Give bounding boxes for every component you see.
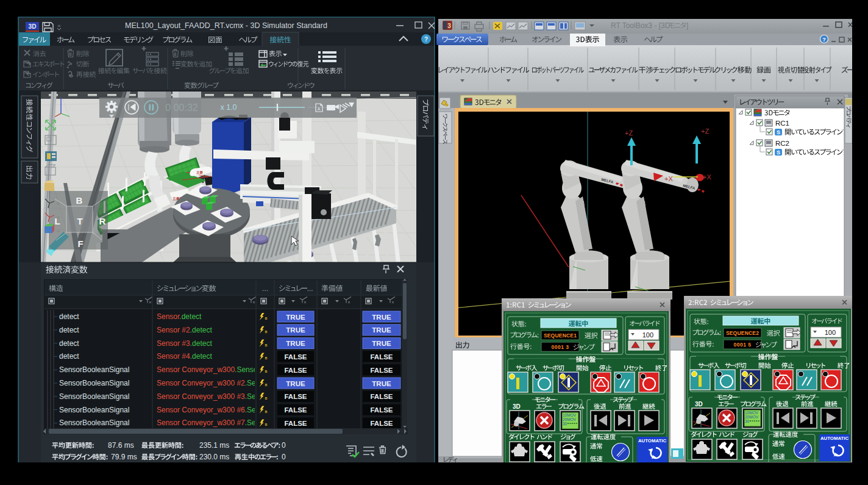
- svg-text:FALSE: FALSE: [370, 367, 393, 374]
- svg-text:10MOV: 10MOV: [745, 411, 759, 415]
- svg-text:FALSE: FALSE: [284, 393, 307, 400]
- svg-text:20MOV: 20MOV: [563, 417, 577, 422]
- svg-text:F: F: [77, 239, 83, 249]
- svg-text:SEQUENCE1: SEQUENCE1: [544, 332, 577, 339]
- svg-text:...: ...: [262, 284, 268, 293]
- svg-text:+X: +X: [664, 175, 673, 182]
- svg-text:?: ?: [822, 37, 826, 43]
- svg-text:TRUE: TRUE: [286, 314, 305, 321]
- svg-text:B: B: [265, 410, 268, 414]
- svg-text:TRUE: TRUE: [372, 326, 391, 334]
- svg-text:10MOV: 10MOV: [563, 413, 577, 417]
- svg-text:3D: 3D: [513, 403, 521, 410]
- svg-text:3D: 3D: [29, 23, 37, 30]
- svg-text:FALSE: FALSE: [370, 406, 393, 414]
- svg-text:235.1 ms: 235.1 ms: [199, 441, 229, 450]
- svg-text:R: R: [99, 216, 106, 226]
- svg-text:S: S: [777, 149, 780, 156]
- svg-text:+X: +X: [703, 173, 711, 181]
- svg-text:S: S: [777, 129, 780, 135]
- svg-text:0 00:32: 0 00:32: [165, 102, 197, 113]
- svg-text:230.0 ms: 230.0 ms: [199, 453, 229, 461]
- svg-text:FALSE: FALSE: [284, 420, 307, 427]
- svg-text:]: ]: [686, 21, 688, 30]
- svg-text:B: B: [265, 343, 268, 347]
- svg-text:B: B: [265, 356, 268, 360]
- svg-text:100: 100: [642, 331, 653, 339]
- svg-text:TRUE: TRUE: [372, 314, 391, 321]
- svg-text:79.9 ms: 79.9 ms: [111, 453, 137, 461]
- svg-text:Sensor Conveyor_w300 #2.Sensor: Sensor Conveyor_w300 #2.Sensor: [157, 379, 270, 387]
- svg-text:Sensor Conveyor_w300 #3.Sensor: Sensor Conveyor_w300 #3.Sensor: [157, 392, 270, 401]
- svg-text:TRUE: TRUE: [286, 380, 305, 387]
- svg-text:RT ToolBox3 - [3D: RT ToolBox3 - [3D: [611, 21, 671, 30]
- svg-text:0001 3: 0001 3: [552, 344, 569, 350]
- svg-text:TRUE: TRUE: [372, 340, 391, 347]
- svg-text:T: T: [77, 216, 82, 226]
- svg-text:B: B: [265, 317, 268, 320]
- svg-text:A: A: [318, 107, 321, 111]
- svg-text:detect: detect: [59, 352, 79, 361]
- svg-text:detect: detect: [59, 312, 79, 321]
- svg-text:Sensor.detect: Sensor.detect: [157, 312, 202, 321]
- svg-text:B: B: [265, 370, 268, 373]
- svg-text:FALSE: FALSE: [284, 406, 307, 414]
- svg-text:3D: 3D: [695, 401, 703, 408]
- svg-text:Sensor #2.detect: Sensor #2.detect: [157, 326, 212, 334]
- svg-text:FALSE: FALSE: [370, 353, 393, 361]
- svg-text:30: 30: [563, 422, 567, 426]
- svg-text:SensorBooleanSignal: SensorBooleanSignal: [59, 419, 129, 427]
- svg-text:20MOV: 20MOV: [745, 415, 759, 419]
- svg-text:30: 30: [745, 419, 750, 423]
- svg-text:FALSE: FALSE: [370, 420, 393, 427]
- svg-text:+Z: +Z: [701, 128, 709, 135]
- svg-text:TRUE: TRUE: [286, 340, 305, 347]
- svg-text:0001 5: 0001 5: [734, 342, 752, 348]
- svg-text:detect: detect: [59, 339, 79, 348]
- svg-text:MEL100_Layout_FAADD_RT.vcmx -: MEL100_Layout_FAADD_RT.vcmx - 3D Simulat…: [125, 21, 327, 30]
- svg-text:3: 3: [447, 23, 451, 29]
- svg-text:B: B: [265, 383, 268, 387]
- svg-text:0: 0: [282, 441, 286, 450]
- svg-text:SensorBooleanSignal: SensorBooleanSignal: [59, 406, 129, 414]
- svg-text:100: 100: [825, 329, 836, 336]
- svg-text:B: B: [265, 423, 268, 426]
- svg-text:=: =: [57, 23, 60, 29]
- svg-text:FALSE: FALSE: [284, 367, 307, 374]
- svg-text:TRUE: TRUE: [372, 380, 391, 387]
- svg-text:Sensor #4.detect: Sensor #4.detect: [157, 352, 212, 361]
- svg-text:?: ?: [424, 36, 428, 43]
- svg-text:B: B: [76, 195, 83, 206]
- svg-text:B: B: [265, 330, 268, 334]
- svg-text:SEQUENCE2: SEQUENCE2: [726, 330, 759, 336]
- svg-text:+Z: +Z: [625, 129, 633, 137]
- svg-text:FALSE: FALSE: [284, 353, 307, 361]
- svg-text:SensorBooleanSignal: SensorBooleanSignal: [59, 392, 129, 401]
- svg-text:AUTOMATIC: AUTOMATIC: [638, 438, 666, 444]
- svg-text:RC2: RC2: [775, 140, 789, 147]
- svg-text:FALSE: FALSE: [370, 393, 393, 400]
- svg-text:B: B: [265, 397, 268, 400]
- svg-text:87.6 ms: 87.6 ms: [108, 441, 134, 450]
- svg-text:detect: detect: [59, 326, 79, 334]
- svg-text:Sensor Conveyor_w300 #7.Sensor: Sensor Conveyor_w300 #7.Sensor: [157, 419, 270, 427]
- svg-text:TRUE: TRUE: [286, 326, 305, 334]
- svg-text:RC1: RC1: [775, 120, 789, 127]
- svg-text:AUTOMATIC: AUTOMATIC: [820, 436, 848, 441]
- svg-text:Sensor Conveyor_w300 #6.Sensor: Sensor Conveyor_w300 #6.Sensor: [157, 406, 270, 414]
- svg-text:0: 0: [282, 453, 286, 461]
- svg-text:Sensor #3.detect: Sensor #3.detect: [157, 339, 212, 348]
- svg-text:SensorBooleanSignal: SensorBooleanSignal: [59, 379, 129, 387]
- svg-text:x 1.0: x 1.0: [220, 103, 237, 112]
- svg-text:SensorBooleanSignal: SensorBooleanSignal: [59, 365, 129, 374]
